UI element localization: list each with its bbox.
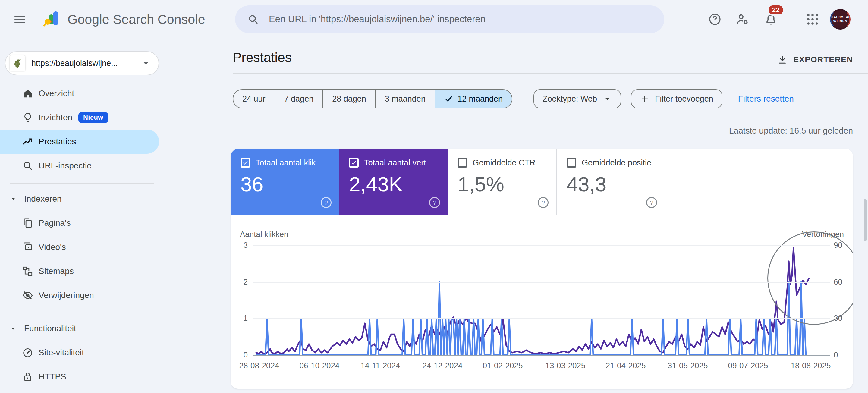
help-icon[interactable]: ? bbox=[429, 197, 440, 208]
checked-checkbox[interactable] bbox=[349, 158, 359, 168]
filter-separator bbox=[523, 89, 523, 109]
help-icon[interactable]: ? bbox=[646, 197, 657, 208]
x-axis-tick: 21-04-2025 bbox=[598, 361, 653, 370]
sidebar-item-prestaties[interactable]: Prestaties bbox=[0, 129, 159, 154]
export-button[interactable]: EXPORTEREN bbox=[777, 54, 853, 65]
right-axis-tick: 0 bbox=[834, 350, 838, 360]
x-axis-line bbox=[253, 355, 830, 356]
metric-card-gemiddelde-ctr[interactable]: Gemiddelde CTR1,5%? bbox=[448, 149, 556, 215]
sidebar-item-site-vitaliteit[interactable]: Site-vitaliteit bbox=[0, 340, 164, 365]
sidebar-item-inzichten[interactable]: InzichtenNieuw bbox=[0, 105, 164, 129]
scrollbar-thumb[interactable] bbox=[864, 199, 867, 241]
hamburger-menu-icon[interactable] bbox=[13, 12, 27, 27]
home-icon bbox=[22, 87, 34, 99]
search-icon bbox=[247, 13, 259, 25]
search-console-logo-icon bbox=[43, 10, 62, 29]
checked-checkbox[interactable] bbox=[241, 158, 250, 168]
sidebar-item-video-s[interactable]: Video's bbox=[0, 235, 164, 259]
sidebar: https://beaujolaiswijne... OverzichtInzi… bbox=[0, 38, 164, 393]
cards-row-filler bbox=[665, 149, 853, 215]
sidebar-nav: OverzichtInzichtenNieuwPrestatiesURL-ins… bbox=[0, 81, 164, 389]
eye-off-icon bbox=[22, 289, 34, 301]
sidebar-divider bbox=[10, 183, 154, 184]
left-axis-tick: 1 bbox=[231, 313, 248, 323]
x-axis-tick: 24-12-2024 bbox=[415, 361, 470, 370]
pages-icon bbox=[22, 217, 34, 229]
metric-card-gemiddelde-positie[interactable]: Gemiddelde positie43,3? bbox=[556, 149, 665, 215]
last-update-text: Laatste update: 16,5 uur geleden bbox=[729, 126, 853, 135]
search-type-chip[interactable]: Zoektype: Web bbox=[533, 89, 621, 109]
url-inspect-search-input[interactable]: Een URL in 'https://beaujolaiswijnen.be/… bbox=[235, 5, 664, 33]
x-axis-tick: 31-05-2025 bbox=[661, 361, 715, 370]
page-title: Prestaties bbox=[233, 50, 292, 65]
chevron-down-icon bbox=[602, 94, 612, 104]
sidebar-item-verwijderingen[interactable]: Verwijderingen bbox=[0, 283, 164, 307]
apps-grid-icon[interactable] bbox=[805, 12, 820, 27]
reset-filters-link[interactable]: Filters resetten bbox=[738, 94, 794, 104]
notification-count-badge[interactable]: 22 bbox=[767, 4, 784, 16]
metric-label: Totaal aantal klik... bbox=[255, 158, 322, 168]
chart-plot[interactable] bbox=[253, 239, 830, 357]
x-axis-tick: 09-07-2025 bbox=[721, 361, 775, 370]
unchecked-checkbox[interactable] bbox=[458, 158, 467, 168]
x-axis-tick: 01-02-2025 bbox=[475, 361, 530, 370]
add-filter-chip[interactable]: Filter toevoegen bbox=[631, 89, 722, 109]
x-axis-tick: 28-08-2024 bbox=[232, 361, 286, 370]
right-axis-tick: 30 bbox=[834, 313, 842, 323]
unchecked-checkbox[interactable] bbox=[567, 158, 576, 168]
left-axis-tick: 0 bbox=[231, 350, 248, 360]
metric-card-totaal-aantal-klik[interactable]: Totaal aantal klik...36? bbox=[231, 149, 339, 215]
property-selector[interactable]: https://beaujolaiswijne... bbox=[5, 51, 159, 75]
lock-icon bbox=[22, 371, 34, 383]
gridline bbox=[253, 245, 830, 246]
sidebar-item-https[interactable]: HTTPS bbox=[0, 365, 164, 389]
gauge-icon bbox=[22, 346, 34, 359]
date-range-28-dagen[interactable]: 28 dagen bbox=[322, 90, 375, 108]
right-axis-tick: 90 bbox=[834, 241, 842, 250]
search-console-app: Google Search Console Een URL in 'https:… bbox=[0, 0, 868, 393]
app-title: Google Search Console bbox=[67, 12, 205, 27]
metric-value: 36 bbox=[241, 172, 330, 196]
chevron-down-icon bbox=[10, 325, 17, 332]
sidebar-section-indexeren[interactable]: Indexeren bbox=[0, 187, 164, 211]
sidebar-section-functionaliteit[interactable]: Functionaliteit bbox=[0, 316, 164, 340]
sitemap-icon bbox=[22, 265, 34, 277]
user-settings-icon[interactable] bbox=[735, 12, 750, 27]
help-icon[interactable]: ? bbox=[321, 197, 332, 208]
series-vertoningen bbox=[256, 248, 809, 354]
check-icon bbox=[444, 94, 453, 103]
metric-value: 1,5% bbox=[458, 172, 547, 196]
date-range-7-dagen[interactable]: 7 dagen bbox=[275, 90, 323, 108]
date-range-selector: 24 uur7 dagen28 dagen3 maanden12 maanden bbox=[233, 89, 513, 109]
video-icon bbox=[22, 241, 34, 253]
lightbulb-icon bbox=[22, 112, 34, 124]
account-avatar[interactable]: BEAUJOLAIS WIJNEN bbox=[830, 9, 850, 30]
help-icon[interactable] bbox=[708, 12, 722, 27]
search-icon bbox=[22, 160, 34, 172]
help-icon[interactable]: ? bbox=[538, 197, 549, 208]
sidebar-item-overzicht[interactable]: Overzicht bbox=[0, 81, 164, 105]
chevron-down-icon bbox=[10, 195, 17, 203]
filter-bar: 24 uur7 dagen28 dagen3 maanden12 maanden… bbox=[233, 89, 794, 109]
grape-favicon bbox=[10, 56, 25, 71]
date-range-24-uur[interactable]: 24 uur bbox=[233, 90, 275, 108]
metric-card-totaal-aantal-vert[interactable]: Totaal aantal vert...2,43K? bbox=[339, 149, 448, 215]
trend-icon bbox=[22, 135, 34, 148]
metric-label: Gemiddelde CTR bbox=[472, 158, 535, 168]
left-axis-tick: 2 bbox=[231, 277, 248, 286]
gridline bbox=[253, 318, 830, 319]
header-divider bbox=[233, 73, 868, 73]
date-range-3-maanden[interactable]: 3 maanden bbox=[375, 90, 435, 108]
sidebar-divider bbox=[10, 313, 154, 313]
sidebar-item-pagina-s[interactable]: Pagina's bbox=[0, 211, 164, 235]
gridline bbox=[253, 282, 830, 283]
new-badge: Nieuw bbox=[79, 112, 108, 123]
sidebar-item-sitemaps[interactable]: Sitemaps bbox=[0, 259, 164, 283]
x-axis-tick: 13-03-2025 bbox=[538, 361, 592, 370]
date-range-12-maanden[interactable]: 12 maanden bbox=[435, 90, 512, 108]
x-axis-tick: 18-08-2025 bbox=[784, 361, 838, 370]
search-placeholder: Een URL in 'https://beaujolaiswijnen.be/… bbox=[269, 14, 486, 25]
download-icon bbox=[777, 54, 788, 65]
metric-label: Totaal aantal vert... bbox=[364, 158, 433, 168]
sidebar-item-url-inspectie[interactable]: URL-inspectie bbox=[0, 154, 164, 178]
